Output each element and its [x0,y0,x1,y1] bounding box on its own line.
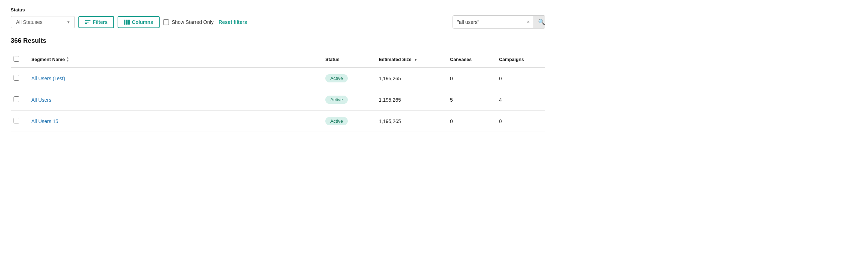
segments-table: Segment Name ▲ ▼ Status Estimated Size ▼ [11,52,545,132]
header-status: Status [322,52,376,67]
row-checkbox-cell[interactable] [11,89,29,111]
table-row: All Users 15 Active 1,195,265 0 0 [11,111,545,132]
columns-button[interactable]: Columns [118,16,160,28]
table-header-row: Segment Name ▲ ▼ Status Estimated Size ▼ [11,52,545,67]
header-segment-name[interactable]: Segment Name ▲ ▼ [29,52,322,67]
show-starred-label[interactable]: Show Starred Only [163,19,214,25]
search-submit-button[interactable]: 🔍 [533,16,545,28]
status-badge: Active [325,74,348,82]
filter-bar: All Statuses ▾ Filters Columns Show Star… [11,15,545,29]
segment-name-header-label: Segment Name [31,57,65,62]
segment-name-link[interactable]: All Users 15 [31,118,58,124]
row-campaigns: 0 [496,111,546,132]
header-campaigns: Campaigns [496,52,546,67]
row-estimated-size: 1,195,265 [376,67,447,89]
search-input[interactable] [453,16,524,28]
search-clear-button[interactable]: × [524,19,533,25]
columns-button-label: Columns [132,19,153,25]
row-canvases: 5 [447,89,496,111]
canvases-header-label: Canvases [450,57,472,62]
filters-button[interactable]: Filters [78,16,114,28]
estimated-size-header-label: Estimated Size [379,57,412,62]
status-select-value: All Statuses [16,19,42,25]
row-checkbox-cell[interactable] [11,67,29,89]
show-starred-text: Show Starred Only [172,19,214,25]
row-segment-name: All Users 15 [29,111,322,132]
row-status: Active [322,89,376,111]
search-icon: 🔍 [538,19,545,25]
header-canvases: Canvases [447,52,496,67]
row-segment-name: All Users (Test) [29,67,322,89]
chevron-down-icon: ▾ [67,20,69,25]
segment-name-link[interactable]: All Users [31,97,51,103]
select-all-checkbox[interactable] [14,56,19,62]
row-checkbox[interactable] [14,96,19,102]
header-estimated-size[interactable]: Estimated Size ▼ [376,52,447,67]
row-canvases: 0 [447,67,496,89]
filters-icon [85,20,91,24]
status-badge: Active [325,117,348,125]
table-row: All Users (Test) Active 1,195,265 0 0 [11,67,545,89]
search-wrapper: × 🔍 [453,15,545,29]
row-checkbox[interactable] [14,118,19,123]
campaigns-header-label: Campaigns [499,57,524,62]
row-status: Active [322,67,376,89]
row-campaigns: 0 [496,67,546,89]
row-segment-name: All Users [29,89,322,111]
status-select[interactable]: All Statuses ▾ [11,16,75,28]
filters-button-label: Filters [93,19,108,25]
status-badge: Active [325,96,348,104]
row-canvases: 0 [447,111,496,132]
segment-name-link[interactable]: All Users (Test) [31,76,65,81]
row-campaigns: 4 [496,89,546,111]
row-estimated-size: 1,195,265 [376,111,447,132]
row-checkbox-cell[interactable] [11,111,29,132]
header-checkbox-cell[interactable] [11,52,29,67]
sort-down-icon: ▼ [414,58,417,62]
table-row: All Users Active 1,195,265 5 4 [11,89,545,111]
show-starred-checkbox[interactable] [163,19,169,25]
row-estimated-size: 1,195,265 [376,89,447,111]
columns-icon [124,20,130,25]
row-checkbox[interactable] [14,75,19,81]
row-status: Active [322,111,376,132]
status-label: Status [11,7,545,12]
results-count: 366 Results [11,37,545,45]
reset-filters-button[interactable]: Reset filters [217,19,248,25]
status-header-label: Status [325,57,340,62]
sort-arrows-icon: ▲ ▼ [66,56,69,62]
